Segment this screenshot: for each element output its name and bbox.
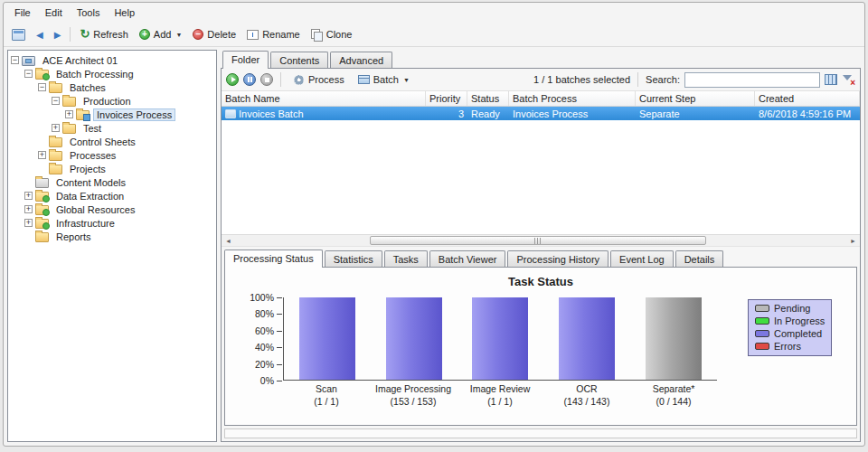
process-button[interactable]: Process [288, 71, 349, 89]
server-icon [22, 56, 35, 66]
tab-tasks[interactable]: Tasks [384, 250, 428, 267]
search-input[interactable] [684, 72, 820, 88]
expand-icon[interactable]: + [38, 151, 46, 159]
column-header-priority[interactable]: Priority [426, 91, 467, 106]
forward-button[interactable]: ▶ [50, 27, 66, 42]
menu-tools[interactable]: Tools [70, 5, 108, 21]
tree-item-global-resources[interactable]: +Global Resources [8, 202, 216, 216]
cell-batch-name: Invoices Batch [222, 108, 426, 119]
menu-file[interactable]: File [7, 5, 38, 21]
add-icon: + [139, 29, 150, 40]
scroll-right-icon[interactable]: ► [846, 235, 860, 246]
tab-event-log[interactable]: Event Log [610, 250, 674, 267]
scroll-left-icon[interactable]: ◄ [222, 235, 235, 246]
delete-icon: − [193, 29, 203, 40]
tree-item-batch-processing[interactable]: −Batch Processing [8, 67, 216, 80]
category-count: (0 / 144) [630, 396, 717, 409]
tree-item-batches[interactable]: −Batches [8, 80, 216, 94]
y-tick-label: 80% [255, 308, 274, 319]
cell-text: 8/6/2018 4:59:16 PM [759, 108, 851, 119]
refresh-button[interactable]: ↻Refresh [75, 26, 132, 42]
tab-processing-status[interactable]: Processing Status [224, 250, 323, 268]
plot-column: Scan(1 / 1)Image Processing(153 / 153)Im… [283, 297, 717, 408]
tab-details[interactable]: Details [675, 250, 724, 267]
app-icon [12, 29, 25, 41]
clone-button[interactable]: Clone [307, 26, 357, 43]
scroll-thumb[interactable] [370, 236, 706, 245]
tab-statistics[interactable]: Statistics [325, 250, 382, 267]
folder-icon [35, 232, 49, 242]
column-header-batch-name[interactable]: Batch Name [222, 91, 426, 106]
column-header-batch-process[interactable]: Batch Process [509, 91, 636, 106]
tree-item-label: Reports [52, 231, 95, 243]
horizontal-scrollbar[interactable]: ◄ ► [222, 234, 860, 247]
view-columns-icon[interactable] [825, 74, 837, 85]
x-label-separate: Separate*(0 / 144) [630, 383, 717, 408]
cell-created: 8/6/2018 4:59:16 PM [755, 108, 860, 119]
legend-item-errors: Errors [755, 341, 825, 352]
column-header-current-step[interactable]: Current Step [636, 91, 755, 106]
collapse-icon[interactable]: − [52, 97, 60, 105]
table-row[interactable]: Invoices Batch3ReadyInvoices ProcessSepa… [222, 107, 860, 120]
back-button[interactable]: ◀ [32, 27, 48, 42]
tree-item-label: Content Models [52, 176, 129, 189]
tree-item-content-models[interactable]: Content Models [8, 175, 216, 189]
expand-icon[interactable]: + [52, 124, 60, 132]
chart-panel: Task Status 100%80%60%40%20%0% Scan(1 / … [224, 267, 857, 426]
column-header-created[interactable]: Created [755, 91, 860, 106]
stop-icon[interactable] [260, 73, 273, 86]
tree-item-ace-architect-01[interactable]: −ACE Architect 01 [8, 53, 216, 67]
x-label-scan: Scan(1 / 1) [283, 383, 370, 408]
legend-label: In Progress [774, 315, 825, 326]
collapse-icon[interactable]: − [24, 70, 33, 78]
bar-slot [371, 297, 458, 380]
tree-item-production[interactable]: −Production [8, 94, 216, 108]
folder-icon [62, 97, 76, 107]
scroll-track[interactable] [235, 235, 846, 246]
batch-icon [358, 75, 370, 84]
y-tick-label: 100% [250, 292, 274, 303]
collapse-icon[interactable]: − [11, 56, 19, 64]
rename-button[interactable]: Rename [242, 26, 305, 42]
tree-item-invoices-process[interactable]: +Invoices Process [8, 108, 216, 121]
search-label: Search: [646, 74, 680, 85]
tree-item-test[interactable]: +Test [8, 121, 216, 135]
menu-edit[interactable]: Edit [38, 5, 70, 21]
delete-label: Delete [207, 29, 236, 40]
tab-advanced[interactable]: Advanced [330, 52, 392, 68]
plot-area [283, 297, 717, 381]
tab-batch-viewer[interactable]: Batch Viewer [429, 250, 506, 267]
tree-item-control-sheets[interactable]: Control Sheets [8, 135, 216, 148]
column-header-status[interactable]: Status [467, 91, 509, 106]
batch-row-icon [225, 109, 236, 118]
tab-folder[interactable]: Folder [222, 51, 269, 69]
pause-icon[interactable] [243, 73, 256, 86]
tree-item-processes[interactable]: +Processes [8, 148, 216, 162]
x-labels: Scan(1 / 1)Image Processing(153 / 153)Im… [283, 383, 717, 408]
batch-menu-button[interactable]: Batch▼ [354, 71, 414, 88]
filter-icon[interactable] [842, 74, 854, 86]
folder-green-icon [35, 192, 49, 202]
tree-item-data-extraction[interactable]: +Data Extraction [8, 189, 216, 202]
tree-item-infrastructure[interactable]: +Infrastructure [8, 216, 216, 230]
back-icon: ◀ [36, 30, 43, 40]
tree-item-reports[interactable]: Reports [8, 230, 216, 243]
tab-processing-history[interactable]: Processing History [507, 250, 609, 267]
expand-icon[interactable]: + [24, 219, 33, 227]
add-button[interactable]: +Add▼ [135, 26, 187, 42]
menu-help[interactable]: Help [107, 5, 142, 21]
expand-icon[interactable]: + [24, 192, 33, 200]
expand-icon[interactable]: + [24, 205, 33, 213]
table-header: Batch NamePriorityStatusBatch ProcessCur… [222, 91, 860, 107]
tree-item-projects[interactable]: Projects [8, 162, 216, 175]
collapse-icon[interactable]: − [38, 83, 46, 91]
y-tick-label: 40% [255, 342, 274, 353]
delete-button[interactable]: −Delete [188, 26, 241, 42]
expand-icon[interactable]: + [65, 110, 73, 118]
chart-legend: PendingIn ProgressCompletedErrors [748, 299, 832, 356]
bar-slot [284, 297, 371, 380]
bar-image-review [472, 297, 528, 380]
views-button[interactable] [7, 26, 30, 43]
start-processing-icon[interactable] [226, 73, 239, 86]
tab-contents[interactable]: Contents [270, 52, 328, 68]
